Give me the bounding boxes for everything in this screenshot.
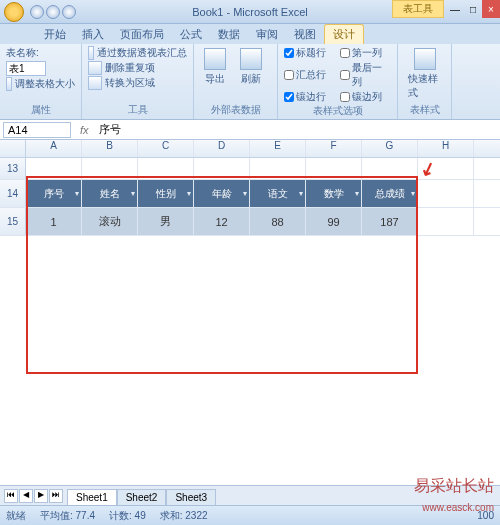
dedup-icon — [88, 61, 102, 75]
select-all-corner[interactable] — [0, 140, 26, 157]
refresh-icon — [240, 48, 262, 70]
tab-nav-next[interactable]: ▶ — [34, 489, 48, 503]
sheet-tab-1[interactable]: Sheet1 — [67, 489, 117, 505]
cell[interactable] — [250, 158, 306, 179]
tab-design[interactable]: 设计 — [324, 24, 364, 44]
watermark-text: 易采站长站 — [414, 476, 494, 497]
cell[interactable] — [362, 158, 418, 179]
group-style-opts-label: 表样式选项 — [284, 104, 391, 118]
cell[interactable]: 性别 — [138, 180, 194, 207]
tab-insert[interactable]: 插入 — [74, 25, 112, 44]
row-header[interactable]: 15 — [0, 208, 26, 235]
cell[interactable]: 男 — [138, 208, 194, 235]
cell[interactable] — [306, 158, 362, 179]
status-ready: 就绪 — [6, 509, 26, 523]
export-button[interactable]: 导出 — [200, 46, 230, 88]
cell[interactable] — [26, 158, 82, 179]
group-styles-label: 表样式 — [404, 103, 445, 117]
status-count: 计数: 49 — [109, 509, 146, 523]
formula-bar: A14 fx 序号 — [0, 120, 500, 140]
col-D[interactable]: D — [194, 140, 250, 157]
formula-input[interactable]: 序号 — [95, 122, 500, 137]
cell[interactable]: 1 — [26, 208, 82, 235]
cell[interactable]: 88 — [250, 208, 306, 235]
cell[interactable]: 数学 — [306, 180, 362, 207]
tab-nav-prev[interactable]: ◀ — [19, 489, 33, 503]
table-name-input[interactable] — [6, 61, 46, 76]
col-B[interactable]: B — [82, 140, 138, 157]
worksheet[interactable]: A B C D E F G H 1314序号姓名性别年龄语文数学总成绩151滚动… — [0, 140, 500, 476]
convert-range-button[interactable]: 转换为区域 — [88, 76, 187, 90]
tab-home[interactable]: 开始 — [36, 25, 74, 44]
status-sum: 求和: 2322 — [160, 509, 208, 523]
name-box[interactable]: A14 — [3, 122, 71, 138]
table-name-label: 表名称: — [6, 46, 75, 60]
status-avg: 平均值: 77.4 — [40, 509, 95, 523]
qat-save-icon[interactable] — [30, 5, 44, 19]
sheet-tab-2[interactable]: Sheet2 — [117, 489, 167, 505]
pivot-icon — [88, 46, 94, 60]
refresh-button[interactable]: 刷新 — [236, 46, 266, 88]
title-bar: Book1 - Microsoft Excel 表工具 — □ × — [0, 0, 500, 24]
tab-review[interactable]: 审阅 — [248, 25, 286, 44]
col-E[interactable]: E — [250, 140, 306, 157]
qat-redo-icon[interactable] — [62, 5, 76, 19]
convert-icon — [88, 76, 102, 90]
chk-total-row[interactable]: 汇总行 — [284, 61, 336, 89]
cell[interactable]: 99 — [306, 208, 362, 235]
styles-icon — [414, 48, 436, 70]
row-header[interactable]: 14 — [0, 180, 26, 207]
chk-first-col[interactable]: 第一列 — [340, 46, 392, 60]
tab-nav-last[interactable]: ⏭ — [49, 489, 63, 503]
watermark-url: www.easck.com — [422, 502, 494, 513]
tab-nav-first[interactable]: ⏮ — [4, 489, 18, 503]
resize-icon — [6, 77, 12, 91]
cell[interactable]: 序号 — [26, 180, 82, 207]
pivot-summary-button[interactable]: 通过数据透视表汇总 — [88, 46, 187, 60]
cell[interactable]: 滚动 — [82, 208, 138, 235]
group-ext-data-label: 外部表数据 — [200, 103, 271, 117]
cell[interactable] — [418, 180, 474, 207]
tab-data[interactable]: 数据 — [210, 25, 248, 44]
tab-formula[interactable]: 公式 — [172, 25, 210, 44]
cell[interactable] — [138, 158, 194, 179]
group-properties-label: 属性 — [6, 103, 75, 117]
close-button[interactable]: × — [482, 0, 500, 18]
fx-icon[interactable]: fx — [74, 124, 95, 136]
cell[interactable]: 12 — [194, 208, 250, 235]
ribbon: 表名称: 调整表格大小 属性 通过数据透视表汇总 删除重复项 转换为区域 工具 … — [0, 44, 500, 120]
cell[interactable] — [82, 158, 138, 179]
cell[interactable]: 年龄 — [194, 180, 250, 207]
cell[interactable]: 187 — [362, 208, 418, 235]
row-header[interactable]: 13 — [0, 158, 26, 179]
chk-last-col[interactable]: 最后一列 — [340, 61, 392, 89]
qat-undo-icon[interactable] — [46, 5, 60, 19]
maximize-button[interactable]: □ — [464, 0, 482, 18]
chk-banded-col[interactable]: 镶边列 — [340, 90, 392, 104]
group-tools-label: 工具 — [88, 103, 187, 117]
quick-styles-button[interactable]: 快速样式 — [404, 46, 445, 102]
ribbon-tabs: 开始 插入 页面布局 公式 数据 审阅 视图 设计 — [0, 24, 500, 44]
cell[interactable]: 总成绩 — [362, 180, 418, 207]
resize-table-button[interactable]: 调整表格大小 — [6, 77, 75, 91]
chk-banded-row[interactable]: 镶边行 — [284, 90, 336, 104]
cell[interactable] — [418, 208, 474, 235]
export-icon — [204, 48, 226, 70]
sheet-tab-3[interactable]: Sheet3 — [166, 489, 216, 505]
tab-view[interactable]: 视图 — [286, 25, 324, 44]
cell[interactable]: 语文 — [250, 180, 306, 207]
cell[interactable]: 姓名 — [82, 180, 138, 207]
col-F[interactable]: F — [306, 140, 362, 157]
contextual-tab-label: 表工具 — [392, 0, 444, 18]
col-G[interactable]: G — [362, 140, 418, 157]
cell[interactable] — [194, 158, 250, 179]
office-orb-icon[interactable] — [4, 2, 24, 22]
col-H[interactable]: H — [418, 140, 474, 157]
chk-header-row[interactable]: 标题行 — [284, 46, 336, 60]
window-title: Book1 - Microsoft Excel — [192, 6, 308, 18]
tab-layout[interactable]: 页面布局 — [112, 25, 172, 44]
col-A[interactable]: A — [26, 140, 82, 157]
remove-duplicates-button[interactable]: 删除重复项 — [88, 61, 187, 75]
minimize-button[interactable]: — — [446, 0, 464, 18]
col-C[interactable]: C — [138, 140, 194, 157]
